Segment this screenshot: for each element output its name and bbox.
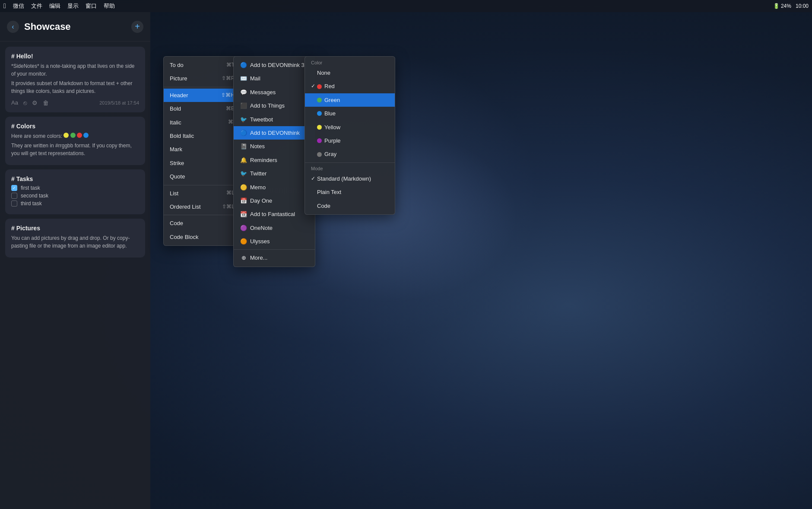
menu-ordered-list[interactable]: Ordered List ⇧⌘L <box>164 200 241 213</box>
devonthink3-icon: 🔵 <box>240 60 247 70</box>
task-checkbox-3[interactable] <box>11 200 17 207</box>
menu-picture[interactable]: Picture ⇧⌘P <box>164 72 241 85</box>
menubar-item-file[interactable]: 文件 <box>31 2 42 10</box>
menu-tweetbot[interactable]: 🐦 Tweetbot <box>234 113 315 126</box>
menu-picture-shortcut: ⇧⌘P <box>222 74 235 83</box>
menu-devonthink3[interactable]: 🔵 Add to DEVONthink 3 <box>234 58 315 72</box>
menu-mail[interactable]: ✉️ Mail <box>234 72 315 85</box>
color-none-label: None <box>317 68 330 78</box>
menubar-item-weixin[interactable]: 微信 <box>13 2 24 10</box>
menu-code[interactable]: Code <box>164 216 241 230</box>
note-tasks[interactable]: # Tasks ✓ first task second task third t… <box>5 169 145 214</box>
menu-quote[interactable]: Quote <box>164 170 241 183</box>
mode-standard[interactable]: ✓ Standard (Markdown) <box>305 172 395 185</box>
menu-mark[interactable]: Mark <box>164 143 241 156</box>
task-label-3: third task <box>21 200 42 207</box>
note-colors-heading: # Colors <box>11 123 139 130</box>
font-icon[interactable]: Aa <box>11 99 18 106</box>
menu-messages[interactable]: 💬 Messages <box>234 86 315 99</box>
menu-fantastical-left: 📆 Add to Fantastical <box>240 209 295 219</box>
menu-strike[interactable]: Strike <box>164 156 241 170</box>
color-blue-dot <box>317 111 322 116</box>
menu-dayone[interactable]: 📅 Day One <box>234 194 315 207</box>
menu-ordered-list-label: Ordered List <box>170 202 201 212</box>
color-blue[interactable]: ✓ Blue <box>305 107 395 120</box>
menubar-item-view[interactable]: 显示 <box>67 2 79 10</box>
menu-dayone-label: Day One <box>250 196 272 206</box>
color-yellow-label: Yellow <box>324 122 340 132</box>
menu-messages-label: Messages <box>250 87 276 97</box>
menu-memo[interactable]: 🟡 Memo <box>234 181 315 194</box>
menu-more[interactable]: ⊕ More... <box>234 251 315 264</box>
menu-italic[interactable]: Italic ⌘I <box>164 116 241 129</box>
apple-icon[interactable]:  <box>3 2 6 10</box>
color-gray[interactable]: ✓ Gray <box>305 147 395 161</box>
color-red[interactable]: ✓ Red <box>305 80 395 93</box>
menu-bold-italic[interactable]: Bold Italic <box>164 129 241 143</box>
menu-devonthink3-left: 🔵 Add to DEVONthink 3 <box>240 60 304 70</box>
menu-code-block[interactable]: Code Block <box>164 230 241 244</box>
note-hello-para2: It provides subset of Markdown to format… <box>11 80 139 95</box>
menubar-item-help[interactable]: 帮助 <box>104 2 115 10</box>
menu-ulysses[interactable]: 🟠 Ulysses <box>234 235 315 248</box>
mode-plain[interactable]: ✓ Plain Text <box>305 185 395 199</box>
menu-devonthink[interactable]: 🔵 Add to DEVONthink <box>234 126 315 140</box>
menu-devonthink3-label: Add to DEVONthink 3 <box>250 60 304 70</box>
task-checkbox-2[interactable] <box>11 193 17 199</box>
menubar-item-window[interactable]: 窗口 <box>86 2 97 10</box>
mode-code-left: ✓ Code <box>311 201 330 211</box>
menu-notes[interactable]: 📓 Notes <box>234 140 315 153</box>
menu-sep-2 <box>164 185 241 185</box>
mode-code[interactable]: ✓ Code <box>305 199 395 213</box>
menu-reminders-label: Reminders <box>250 155 277 165</box>
color-purple-label: Purple <box>324 136 341 146</box>
color-blue-left: ✓ Blue <box>311 108 336 118</box>
note-colors[interactable]: # Colors Here are some colors: They are … <box>5 117 145 165</box>
color-purple[interactable]: ✓ Purple <box>305 134 395 147</box>
delete-icon[interactable]: 🗑 <box>43 99 49 106</box>
add-note-button[interactable]: + <box>131 21 143 33</box>
back-button[interactable]: ‹ <box>7 21 19 33</box>
battery-status: 🔋 24% <box>773 3 791 9</box>
menubar-item-edit[interactable]: 编辑 <box>49 2 60 10</box>
color-green[interactable]: ✓ Green <box>305 93 395 107</box>
task-checkbox-1[interactable]: ✓ <box>11 185 17 191</box>
note-pictures[interactable]: # Pictures You can add pictures by drag … <box>5 219 145 258</box>
menu-dayone-left: 📅 Day One <box>240 196 272 206</box>
menu-tweetbot-left: 🐦 Tweetbot <box>240 115 273 124</box>
color-yellow-left: ✓ Yellow <box>311 122 340 132</box>
menu-sep-1 <box>164 87 241 87</box>
menu-bold-italic-label: Bold Italic <box>170 131 194 141</box>
menu-italic-label: Italic <box>170 118 181 127</box>
note-pictures-para: You can add pictures by drag and drop. O… <box>11 234 139 250</box>
menu-more-left: ⊕ More... <box>240 253 267 263</box>
share-context-menu: 🔵 Add to DEVONthink 3 ✉️ Mail 💬 Messages… <box>233 56 315 267</box>
menu-header[interactable]: Header ⇧⌘H <box>164 89 241 102</box>
menu-todo[interactable]: To do ⌘T <box>164 58 241 72</box>
menu-code-block-label: Code Block <box>170 232 198 242</box>
menu-reminders-left: 🔔 Reminders <box>240 155 277 165</box>
color-none[interactable]: ✓ None <box>305 66 395 80</box>
menu-onenote[interactable]: 🟣 OneNote <box>234 221 315 235</box>
menu-things[interactable]: ⬛ Add to Things <box>234 99 315 112</box>
task-label-2: second task <box>21 193 48 199</box>
menu-bold[interactable]: Bold ⌘B <box>164 102 241 115</box>
menu-code-label: Code <box>170 218 183 228</box>
menu-twitter-left: 🐦 Twitter <box>240 169 266 178</box>
menu-list[interactable]: List ⌘L <box>164 187 241 200</box>
messages-icon: 💬 <box>240 87 247 97</box>
color-gray-dot <box>317 152 322 157</box>
menu-twitter[interactable]: 🐦 Twitter <box>234 167 315 180</box>
color-gray-left: ✓ Gray <box>311 149 336 159</box>
menu-fantastical[interactable]: 📆 Add to Fantastical <box>234 207 315 221</box>
note-hello[interactable]: # Hello! *SideNotes* is a note-taking ap… <box>5 47 145 112</box>
task-item-1: ✓ first task <box>11 185 139 191</box>
color-yellow[interactable]: ✓ Yellow <box>305 121 395 134</box>
menu-mail-left: ✉️ Mail <box>240 73 260 83</box>
settings-icon[interactable]: ⚙ <box>32 99 38 106</box>
mode-standard-left: ✓ Standard (Markdown) <box>311 174 371 184</box>
reminders-icon: 🔔 <box>240 155 247 165</box>
menu-reminders[interactable]: 🔔 Reminders <box>234 153 315 167</box>
mode-standard-label: Standard (Markdown) <box>317 174 371 184</box>
share-icon[interactable]: ⎋ <box>23 99 27 106</box>
